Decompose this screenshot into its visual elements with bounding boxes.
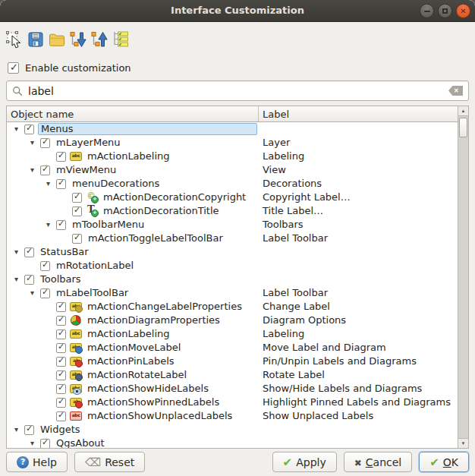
- window-title: Interface Customization: [0, 0, 475, 21]
- expand-arrow-icon[interactable]: ▾: [46, 177, 56, 191]
- row-checkbox[interactable]: [72, 193, 82, 203]
- expand-arrow-icon[interactable]: ▾: [14, 423, 24, 437]
- row-checkbox[interactable]: [56, 370, 66, 380]
- title-icon: [86, 206, 99, 216]
- column-header-object-name[interactable]: Object name: [7, 106, 259, 121]
- expand-tree-button[interactable]: [110, 28, 131, 51]
- row-checkbox[interactable]: [56, 398, 66, 408]
- row-checkbox[interactable]: [56, 302, 66, 312]
- row-checkbox[interactable]: [40, 138, 50, 148]
- object-name: Menus: [38, 123, 257, 135]
- enable-customization-checkbox[interactable]: [8, 62, 19, 74]
- search-input[interactable]: [28, 85, 443, 97]
- save-customization-button[interactable]: [25, 28, 46, 51]
- tree-row[interactable]: mActionChangeLabelPropertiesChange Label: [7, 300, 458, 314]
- tree-row[interactable]: ▾Menus: [7, 122, 458, 136]
- row-checkbox[interactable]: [40, 261, 50, 271]
- tree-row[interactable]: ▾StatusBar: [7, 245, 458, 259]
- indent-spacer: [7, 170, 30, 171]
- tree-row[interactable]: mActionDiagramPropertiesDiagram Options: [7, 314, 458, 327]
- expand-arrow-icon[interactable]: ▾: [14, 273, 24, 286]
- ok-button[interactable]: OK: [419, 452, 469, 472]
- tree-row[interactable]: mActionMoveLabelMove Label and Diagram: [7, 341, 458, 355]
- apply-button[interactable]: Apply: [272, 452, 337, 472]
- tree-row[interactable]: mRotationLabel: [7, 259, 458, 273]
- row-checkbox[interactable]: [56, 329, 66, 339]
- indent-spacer: [7, 375, 46, 376]
- tree-row[interactable]: mActionLabelingLabeling: [7, 150, 458, 163]
- tree-row[interactable]: mActionShowPinnedLabelsHighlight Pinned …: [7, 396, 458, 409]
- row-checkbox[interactable]: [56, 179, 66, 189]
- tree-row[interactable]: ▾mToolbarMenuToolbars: [7, 218, 458, 232]
- maximize-button[interactable]: [438, 4, 452, 18]
- row-checkbox[interactable]: [56, 152, 66, 162]
- row-checkbox[interactable]: [56, 384, 66, 394]
- row-checkbox[interactable]: [24, 125, 34, 134]
- tree-row[interactable]: ▾Toolbars: [7, 273, 458, 286]
- object-name: mLayerMenu: [54, 137, 123, 149]
- tree-row[interactable]: mActionShowHideLabelsShow/Hide Labels an…: [7, 382, 458, 396]
- object-label: Decorations: [263, 177, 322, 191]
- close-button[interactable]: ✕: [456, 4, 470, 18]
- tree-row[interactable]: mActionDecorationTitleTitle Label…: [7, 204, 458, 218]
- scroll-down-button[interactable]: ▼: [458, 438, 468, 448]
- object-label: View: [263, 163, 286, 177]
- reset-icon: [85, 456, 101, 469]
- row-checkbox[interactable]: [56, 316, 66, 326]
- cancel-button[interactable]: Cancel: [344, 452, 413, 472]
- object-name: mViewMenu: [54, 164, 118, 176]
- object-name: mToolbarMenu: [70, 219, 146, 231]
- expand-arrow-icon[interactable]: ▾: [14, 122, 24, 136]
- select-widgets-button[interactable]: [4, 28, 25, 51]
- object-name: mActionToggleLabelToolBar: [86, 232, 225, 244]
- row-checkbox[interactable]: [56, 343, 66, 353]
- abc-pin-icon: [70, 397, 83, 408]
- tree-row[interactable]: ▾Widgets: [7, 423, 458, 437]
- release-widgets-button[interactable]: [89, 28, 110, 51]
- object-label: Highlight Pinned Labels and Diagrams: [263, 396, 451, 409]
- row-checkbox[interactable]: [56, 357, 66, 367]
- ok-check-icon: [429, 456, 439, 469]
- row-checkbox[interactable]: [24, 425, 34, 435]
- row-checkbox[interactable]: [40, 288, 50, 298]
- catch-widgets-button[interactable]: [68, 28, 89, 51]
- reset-button[interactable]: Reset: [74, 452, 145, 472]
- tree-row[interactable]: ▾QgsAbout: [7, 437, 458, 448]
- row-checkbox[interactable]: [72, 234, 82, 244]
- tree-row[interactable]: ▾mLayerMenuLayer: [7, 136, 458, 150]
- row-checkbox[interactable]: [72, 206, 82, 216]
- minimize-button[interactable]: [420, 4, 434, 18]
- vertical-scrollbar[interactable]: ▲ ▼: [458, 106, 468, 448]
- tree-row[interactable]: ▾mLabelToolBarLabel Toolbar: [7, 286, 458, 300]
- abc-move-icon: [70, 342, 83, 353]
- expand-arrow-icon[interactable]: ▾: [46, 218, 56, 232]
- scroll-up-button[interactable]: ▲: [458, 106, 468, 116]
- open-customization-button[interactable]: [46, 28, 68, 51]
- clear-search-button[interactable]: [448, 86, 463, 96]
- abc-icon: [70, 329, 83, 339]
- tree-row[interactable]: mActionLabelingLabeling: [7, 327, 458, 341]
- expand-arrow-icon[interactable]: ▾: [30, 136, 40, 150]
- row-checkbox[interactable]: [56, 220, 66, 230]
- tree-row[interactable]: mActionShowUnplacedLabelsShow Unplaced L…: [7, 409, 458, 423]
- row-checkbox[interactable]: [56, 411, 66, 421]
- object-name: StatusBar: [38, 246, 91, 258]
- tree-row[interactable]: mActionDecorationCopyrightCopyright Labe…: [7, 191, 458, 204]
- row-checkbox[interactable]: [24, 275, 34, 285]
- tree-row[interactable]: mActionRotateLabelRotate Label: [7, 368, 458, 382]
- scrollbar-thumb[interactable]: [459, 118, 467, 137]
- tree-row[interactable]: mActionToggleLabelToolBarLabel Toolbar: [7, 232, 458, 245]
- help-button[interactable]: Help: [6, 452, 68, 472]
- tree-row[interactable]: ▾menuDecorationsDecorations: [7, 177, 458, 191]
- object-name: menuDecorations: [70, 178, 162, 190]
- expand-arrow-icon[interactable]: ▾: [30, 163, 40, 177]
- expand-arrow-icon[interactable]: ▾: [30, 437, 40, 448]
- expand-arrow-icon[interactable]: ▾: [30, 286, 40, 300]
- tree-row[interactable]: mActionPinLabelsPin/Unpin Labels and Dia…: [7, 355, 458, 368]
- tree-row[interactable]: ▾mViewMenuView: [7, 163, 458, 177]
- row-checkbox[interactable]: [24, 247, 34, 257]
- row-checkbox[interactable]: [40, 165, 50, 175]
- expand-arrow-icon[interactable]: ▾: [14, 245, 24, 259]
- row-checkbox[interactable]: [40, 439, 50, 449]
- column-header-label[interactable]: Label: [259, 106, 458, 121]
